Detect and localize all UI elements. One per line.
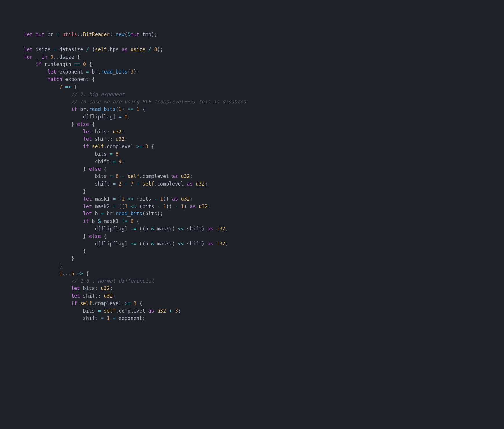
code-line[interactable] <box>0 38 504 46</box>
token-op: / <box>86 47 89 52</box>
code-line[interactable]: let shift: u32; <box>0 135 504 143</box>
token-plain: ; <box>122 159 125 164</box>
code-line[interactable]: let mask1 = (1 << (bits - 1)) as u32; <box>0 195 504 203</box>
code-line[interactable]: 7 => { <box>0 83 504 91</box>
token-plain <box>116 181 118 187</box>
token-plain: ; <box>110 285 113 291</box>
token-op: = <box>113 204 116 209</box>
token-num: 0 <box>50 54 53 60</box>
code-line[interactable]: 1...6 => { <box>0 270 504 278</box>
token-kw: as <box>172 173 178 179</box>
code-line[interactable]: if br.read_bits(1) == 1 { <box>0 106 504 113</box>
code-line[interactable]: d[flipflag] = 0; <box>0 113 504 121</box>
token-op: - <box>175 204 178 209</box>
code-line[interactable]: match exponent { <box>0 76 504 83</box>
code-line[interactable]: if runlength == 0 { <box>0 61 504 68</box>
token-plain <box>0 76 48 82</box>
token-plain: dsize <box>33 47 54 52</box>
token-num: 2 <box>118 181 121 187</box>
code-line[interactable]: if self.complevel >= 3 { <box>0 300 504 307</box>
token-plain <box>127 47 130 52</box>
token-kw: let <box>83 211 92 217</box>
code-line[interactable]: for _ in 0..dsize { <box>0 54 504 61</box>
token-num: 1 <box>118 106 121 112</box>
token-kw: else <box>89 233 101 239</box>
token-plain <box>139 181 142 187</box>
token-plain: (bits <box>134 196 154 202</box>
code-line[interactable]: let mask2 = ((1 << (bits - 1)) - 1) as u… <box>0 203 504 210</box>
token-plain <box>154 308 157 314</box>
code-line[interactable]: } <box>0 263 504 270</box>
token-plain <box>0 136 83 142</box>
token-kw: as <box>208 241 213 247</box>
token-func: read_bits <box>101 69 127 75</box>
token-plain <box>122 114 125 120</box>
code-line[interactable]: let dsize = datasize / (self.bps as usiz… <box>0 46 504 54</box>
code-line[interactable]: let bits: u32; <box>0 285 504 292</box>
code-line[interactable]: let b = br.read_bits(bits); <box>0 210 504 218</box>
code-line[interactable]: // 7: big exponent <box>0 91 504 98</box>
code-line[interactable]: let exponent = br.read_bits(3); <box>0 68 504 76</box>
token-plain: ) <box>184 204 190 209</box>
token-plain <box>0 218 83 224</box>
code-editor-viewport[interactable]: let mut br = utils::BitReader::new(&mut … <box>0 31 504 322</box>
token-plain: ( <box>116 106 118 112</box>
token-plain: d[flipflag] <box>0 241 130 247</box>
code-line[interactable]: bits = 8; <box>0 151 504 158</box>
token-plain: ( <box>127 69 130 75</box>
code-line[interactable]: let shift: u32; <box>0 292 504 300</box>
token-plain <box>101 308 104 314</box>
code-line[interactable]: } else { <box>0 233 504 240</box>
token-op: + <box>169 308 172 314</box>
code-line[interactable]: d[flipflag] -= ((b & mask2) << shift) as… <box>0 225 504 233</box>
code-line[interactable]: if self.complevel >= 3 { <box>0 143 504 151</box>
code-line[interactable]: shift = 1 + exponent; <box>0 315 504 322</box>
token-kw: let <box>83 129 92 135</box>
code-line[interactable]: shift = 2 + 7 + self.complevel as u32; <box>0 180 504 188</box>
code-line[interactable]: } <box>0 248 504 255</box>
token-kw: as <box>208 226 213 232</box>
code-line[interactable]: } else { <box>0 121 504 128</box>
token-op: << <box>178 226 184 232</box>
code-line[interactable]: shift = 9; <box>0 158 504 166</box>
token-self: self <box>95 47 107 52</box>
token-plain: b <box>92 211 101 217</box>
token-plain: shift <box>0 159 113 164</box>
token-plain: bits: <box>92 129 113 135</box>
token-type: u32 <box>157 308 166 314</box>
token-plain <box>0 300 71 306</box>
token-plain: ... <box>62 271 71 276</box>
token-plain: mask1 <box>101 218 122 224</box>
token-plain: .complevel <box>116 308 148 314</box>
token-plain: exponent; <box>116 315 145 321</box>
token-plain: { <box>101 166 107 172</box>
token-num: 7 <box>130 181 133 187</box>
token-plain: d[flipflag] <box>0 226 130 232</box>
code-line[interactable]: let mut br = utils::BitReader::new(&mut … <box>0 31 504 38</box>
code-line[interactable]: bits = 8 - self.complevel as u32; <box>0 173 504 180</box>
token-plain: { <box>71 84 77 90</box>
code-line[interactable]: } <box>0 188 504 195</box>
token-num: 8 <box>154 47 157 52</box>
code-line[interactable]: // In case we are using RLE (complevel==… <box>0 98 504 106</box>
token-op: & <box>151 241 154 247</box>
code-line[interactable]: } else { <box>0 166 504 173</box>
code-line[interactable]: bits = self.complevel as u32 + 3; <box>0 307 504 315</box>
code-line[interactable]: if b & mask1 != 0 { <box>0 218 504 225</box>
token-plain <box>127 204 130 209</box>
token-func: read_bits <box>89 106 116 112</box>
token-plain: (( <box>116 204 125 209</box>
token-plain: { <box>148 144 154 149</box>
token-plain <box>151 47 154 52</box>
code-line[interactable]: d[flipflag] += ((b & mask2) << shift) as… <box>0 240 504 248</box>
code-line[interactable]: // 1-6 : normal differencial <box>0 277 504 285</box>
token-num: 0 <box>83 61 86 67</box>
code-line[interactable]: let bits: u32; <box>0 128 504 136</box>
token-plain <box>0 196 83 202</box>
token-kw: if <box>71 300 77 306</box>
token-kw: match <box>48 76 62 82</box>
token-plain: shift <box>0 181 113 187</box>
code-line[interactable]: } <box>0 255 504 263</box>
token-num: 9 <box>118 159 121 164</box>
token-plain <box>166 308 169 314</box>
